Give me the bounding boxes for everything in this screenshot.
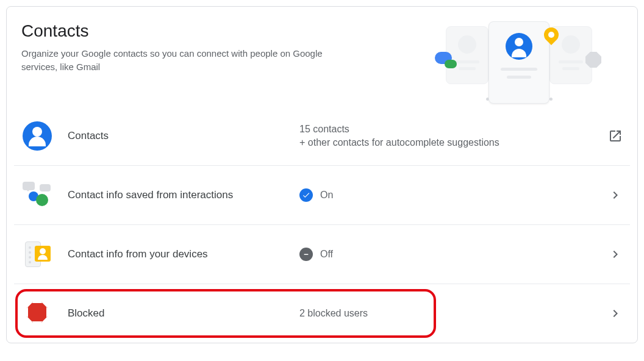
row-devices-value: Off [299, 248, 608, 261]
blocked-count: 2 blocked users [299, 308, 368, 319]
blocked-icon [21, 298, 53, 329]
chevron-right-icon [608, 247, 623, 262]
row-contacts-label: Contacts [68, 130, 299, 142]
row-contacts[interactable]: Contacts 15 contacts + other contacts fo… [7, 107, 637, 165]
chevron-right-icon [608, 306, 623, 321]
contacts-icon [21, 120, 53, 152]
page-title: Contacts [21, 21, 338, 41]
page-subtitle: Organize your Google contacts so you can… [21, 47, 338, 74]
chevron-right-icon [608, 188, 623, 202]
open-external-icon [598, 129, 623, 143]
row-devices[interactable]: Contact info from your devices Off [7, 225, 637, 284]
svg-rect-0 [304, 254, 309, 254]
row-blocked-value: 2 blocked users [299, 308, 608, 319]
interactions-icon [21, 179, 53, 211]
header-illustration [440, 21, 598, 95]
contacts-settings-card: Contacts Organize your Google contacts s… [6, 6, 638, 343]
contacts-extra: + other contacts for autocomplete sugges… [299, 137, 499, 148]
status-off-icon [299, 248, 313, 261]
status-on-icon [299, 188, 313, 202]
devices-icon [21, 238, 53, 270]
row-contacts-value: 15 contacts + other contacts for autocom… [299, 124, 598, 148]
row-interactions-value: On [299, 188, 608, 202]
row-devices-label: Contact info from your devices [68, 248, 299, 260]
row-blocked-label: Blocked [68, 307, 299, 320]
status-on-text: On [320, 190, 333, 201]
card-header: Contacts Organize your Google contacts s… [7, 7, 637, 107]
status-off-text: Off [320, 249, 333, 260]
row-blocked[interactable]: Blocked 2 blocked users [7, 284, 637, 343]
row-interactions[interactable]: Contact info saved from interactions On [7, 166, 637, 224]
row-interactions-label: Contact info saved from interactions [68, 189, 299, 201]
contacts-count: 15 contacts [299, 124, 349, 135]
